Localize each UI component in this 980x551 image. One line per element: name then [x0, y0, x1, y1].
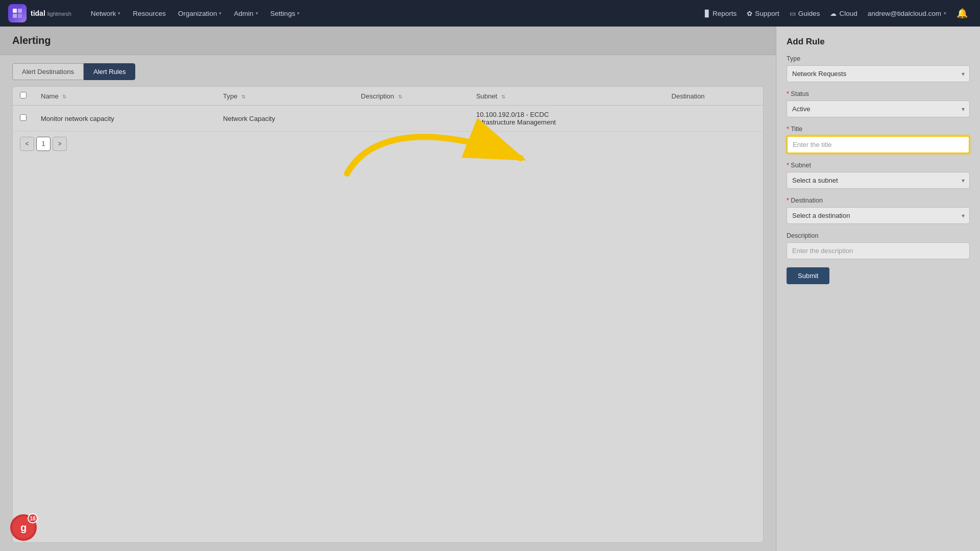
- chevron-down-icon: ▾: [297, 11, 300, 16]
- next-page-button[interactable]: >: [53, 137, 67, 151]
- nav-guides[interactable]: ▭ Guides: [786, 7, 824, 20]
- submit-button[interactable]: Submit: [787, 267, 829, 284]
- description-form-group: Description: [787, 232, 970, 259]
- brand-text: tidal lightmesh: [31, 9, 71, 17]
- page-title: Alerting: [12, 35, 764, 46]
- gritch-avatar[interactable]: g 18: [10, 514, 37, 541]
- select-all-checkbox[interactable]: [20, 92, 27, 98]
- col-name: Name ⇅: [34, 87, 216, 106]
- nav-admin[interactable]: Admin ▾: [229, 7, 263, 20]
- content-area: Alert Destinations Alert Rules Name ⇅: [0, 55, 776, 551]
- type-select-wrapper: Network Requests: [787, 65, 970, 82]
- chevron-down-icon: ▾: [944, 11, 946, 16]
- nav-user[interactable]: andrew@tidalcloud.com ▾: [864, 7, 950, 20]
- title-label: * Title: [787, 126, 970, 133]
- subnet-label: * Subnet: [787, 162, 970, 169]
- notifications-bell-icon[interactable]: 🔔: [952, 6, 972, 21]
- tabs-bar: Alert Destinations Alert Rules: [12, 63, 764, 80]
- status-form-group: * Status Active: [787, 90, 970, 117]
- chevron-down-icon: ▾: [256, 11, 258, 16]
- nav-settings[interactable]: Settings ▾: [265, 7, 305, 20]
- subnet-form-group: * Subnet Select a subnet: [787, 162, 970, 189]
- book-icon: ▭: [790, 10, 796, 17]
- nav-cloud[interactable]: ☁ Cloud: [826, 7, 861, 20]
- support-icon: ✿: [747, 10, 752, 17]
- page-wrapper: Alerting Alert Destinations Alert Rules: [0, 27, 980, 551]
- row-checkbox[interactable]: [20, 114, 27, 121]
- sort-arrows-subnet-icon[interactable]: ⇅: [501, 94, 505, 99]
- select-all-checkbox-cell: [13, 87, 34, 106]
- brand-logo-area[interactable]: tidal lightmesh: [8, 4, 71, 22]
- sort-arrows-type-icon[interactable]: ⇅: [241, 94, 246, 99]
- title-form-group: * Title: [787, 126, 970, 154]
- title-input[interactable]: [787, 136, 970, 154]
- chevron-down-icon: ▾: [219, 11, 222, 16]
- bar-chart-icon: ▊: [705, 10, 710, 17]
- svg-rect-0: [13, 9, 17, 13]
- svg-rect-2: [13, 14, 17, 18]
- prev-page-button[interactable]: <: [20, 137, 34, 151]
- row-destination: [665, 106, 763, 132]
- subnet-select[interactable]: Select a subnet: [787, 172, 970, 189]
- pagination: < 1 >: [13, 132, 763, 156]
- tab-alert-rules[interactable]: Alert Rules: [84, 63, 136, 80]
- type-label: Type: [787, 55, 970, 62]
- col-subnet: Subnet ⇅: [469, 87, 665, 106]
- sort-arrows-name-icon[interactable]: ⇅: [62, 94, 66, 99]
- row-subnet: 10.100.192.0/18 - ECDCInfrastructure Man…: [469, 106, 665, 132]
- main-content: Alerting Alert Destinations Alert Rules: [0, 27, 776, 551]
- nav-network[interactable]: Network ▾: [86, 7, 126, 20]
- navbar: tidal lightmesh Network ▾ Resources Orga…: [0, 0, 980, 27]
- row-checkbox-cell: [13, 106, 34, 132]
- status-label: * Status: [787, 90, 970, 97]
- table-header-row: Name ⇅ Type ⇅ Description ⇅: [13, 87, 763, 106]
- tab-alert-destinations[interactable]: Alert Destinations: [12, 63, 84, 80]
- row-type: Network Capacity: [216, 106, 354, 132]
- nav-reports[interactable]: ▊ Reports: [701, 7, 741, 20]
- destination-label: * Destination: [787, 197, 970, 204]
- destination-select-wrapper: Select a destination: [787, 207, 970, 224]
- page-1-button[interactable]: 1: [36, 137, 51, 151]
- destination-form-group: * Destination Select a destination: [787, 197, 970, 224]
- title-required-star: *: [787, 126, 791, 133]
- nav-resources[interactable]: Resources: [128, 7, 171, 20]
- sort-arrows-desc-icon[interactable]: ⇅: [398, 94, 402, 99]
- page-header: Alerting: [0, 27, 776, 55]
- status-select[interactable]: Active: [787, 101, 970, 117]
- description-input[interactable]: [787, 242, 970, 259]
- gritch-badge: 18: [28, 513, 38, 523]
- panel-title: Add Rule: [787, 37, 970, 47]
- brand-logo-icon: [8, 4, 27, 22]
- nav-organization[interactable]: Organization ▾: [173, 7, 227, 20]
- table-row: Monitor network capacity Network Capacit…: [13, 106, 763, 132]
- nav-support[interactable]: ✿ Support: [743, 7, 783, 20]
- right-panel: Add Rule Type Network Requests * Status …: [776, 27, 980, 551]
- type-select[interactable]: Network Requests: [787, 65, 970, 82]
- navbar-right: ▊ Reports ✿ Support ▭ Guides ☁ Cloud and…: [701, 6, 972, 21]
- svg-rect-3: [18, 14, 22, 18]
- status-select-wrapper: Active: [787, 101, 970, 117]
- col-type: Type ⇅: [216, 87, 354, 106]
- col-description: Description ⇅: [354, 87, 469, 106]
- cloud-icon: ☁: [830, 10, 837, 17]
- subnet-select-wrapper: Select a subnet: [787, 172, 970, 189]
- row-name: Monitor network capacity: [34, 106, 216, 132]
- chevron-down-icon: ▾: [118, 11, 120, 16]
- alert-rules-table: Name ⇅ Type ⇅ Description ⇅: [12, 86, 764, 543]
- svg-rect-1: [18, 9, 22, 13]
- type-form-group: Type Network Requests: [787, 55, 970, 82]
- description-label: Description: [787, 232, 970, 239]
- col-destination: Destination: [665, 87, 763, 106]
- row-description: [354, 106, 469, 132]
- destination-select[interactable]: Select a destination: [787, 207, 970, 224]
